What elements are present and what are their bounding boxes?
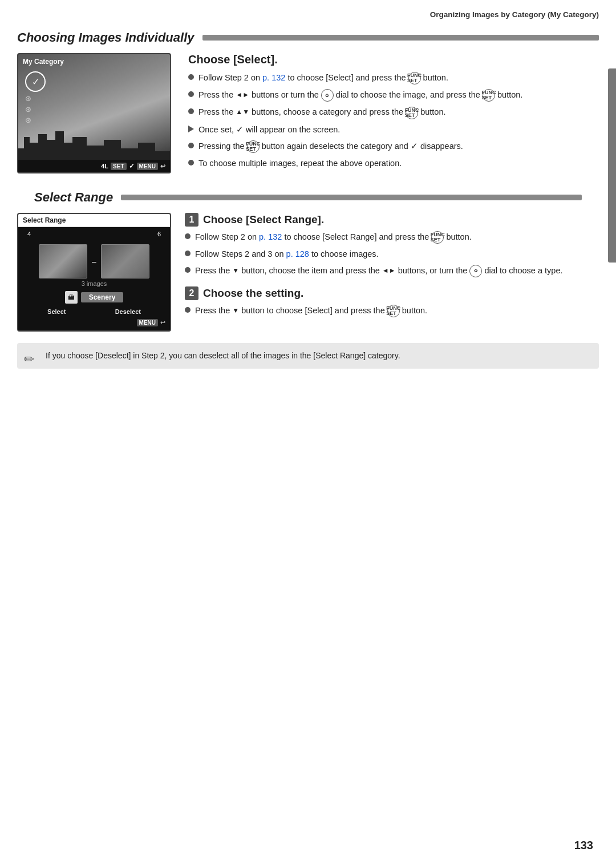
func-btn-icon: FUNCSET (408, 72, 421, 84)
bullet-circle-icon (188, 160, 194, 165)
note-text: If you choose [Deselect] in Step 2, you … (46, 351, 400, 360)
choose-select-title: Choose [Select]. (188, 53, 599, 66)
list-item: Press the ▼ button to choose [Select] an… (185, 305, 599, 317)
list-item: Press the ▼ button, choose the item and … (185, 265, 599, 277)
step1-bullets: Follow Step 2 on p. 132 to choose [Selec… (185, 231, 599, 277)
sr-select-row: Select Deselect (18, 306, 170, 317)
note-icon: ✏ (24, 350, 34, 369)
cam-res-label: 4L (101, 163, 108, 169)
sr-deselect-btn: Deselect (115, 308, 141, 315)
bullet-text: Follow Step 2 on p. 132 to choose [Selec… (198, 72, 448, 84)
sr-dash: – (90, 257, 99, 266)
func-btn-icon: FUNCSET (247, 140, 260, 153)
section2-text-col: 1 Choose [Select Range]. Follow Step 2 o… (185, 213, 599, 327)
step1-heading: 1 Choose [Select Range]. (185, 213, 599, 227)
sr-count: 3 images (18, 278, 170, 289)
cam-menu-btn: MENU (137, 163, 158, 170)
sr-nums-row: 4 6 (18, 229, 170, 239)
section2: Select Range Select Range 4 6 – 3 images… (17, 190, 599, 332)
arrow-ud-icon: ▲▼ (236, 108, 249, 116)
page-header: Organizing Images by Category (My Catego… (0, 0, 616, 25)
bullet-text: To choose multiple images, repeat the ab… (198, 158, 402, 169)
func-btn-icon: FUNCSET (431, 231, 444, 244)
step2-bullets: Press the ▼ button to choose [Select] an… (185, 305, 599, 317)
header-text: Organizing Images by Category (My Catego… (430, 10, 599, 19)
step1-title: Choose [Select Range]. (203, 213, 324, 226)
sr-num-right: 6 (157, 231, 161, 237)
select-range-body: Select Range 4 6 – 3 images 🏔 Scenery S (17, 213, 599, 332)
bullet-circle-icon (188, 74, 194, 80)
cam-set-btn: SET (111, 163, 126, 170)
cam-icon-2: ⊛ (25, 105, 31, 114)
sr-images-row: – (18, 239, 170, 278)
arrow-down-icon: ▼ (232, 307, 239, 315)
step1-num: 1 (185, 213, 198, 227)
cam-arrow-back: ↩ (160, 163, 165, 170)
sr-header: Select Range (18, 214, 170, 227)
section1-title: Choosing Images Individually (17, 30, 194, 45)
func-btn-icon: FUNCSET (406, 107, 418, 119)
list-item: Press the ◄► buttons or turn the ✿ dial … (188, 89, 599, 102)
link-p132-1[interactable]: p. 132 (262, 73, 285, 82)
camera-label-1: My Category (23, 58, 64, 66)
list-item: Follow Steps 2 and 3 on p. 128 to choose… (185, 248, 599, 260)
bullet-circle-icon (185, 233, 191, 239)
func-btn-icon: FUNCSET (387, 305, 400, 317)
bullet-text: Press the ◄► buttons or turn the ✿ dial … (198, 89, 522, 102)
bullet-text: Press the ▼ button, choose the item and … (195, 265, 562, 277)
sr-thumb-left (39, 244, 87, 278)
section2-title-bar: Select Range (34, 190, 582, 205)
camera-image-1: My Category ⊛ ⊛ ⊛ (18, 54, 170, 160)
camera-screen-2: Select Range 4 6 – 3 images 🏔 Scenery S (17, 213, 171, 332)
section1-text-col: Choose [Select]. Follow Step 2 on p. 132… (188, 53, 599, 174)
section1-title-line (202, 35, 599, 41)
section1-body: My Category ⊛ ⊛ ⊛ 4L SET ✓ MENU ↩ Choose… (17, 53, 599, 174)
sr-thumb-right (101, 244, 149, 278)
bullet-text: Once set, ✓ will appear on the screen. (198, 124, 340, 136)
list-item: To choose multiple images, repeat the ab… (188, 158, 599, 169)
section1-title-bar: Choosing Images Individually (17, 30, 599, 45)
cam-icon-3: ⊛ (25, 116, 31, 124)
step2-block: 2 Choose the setting. Press the ▼ button… (185, 286, 599, 317)
bullet-circle-icon (185, 307, 191, 313)
list-item: Follow Step 2 on p. 132 to choose [Selec… (185, 231, 599, 244)
sr-category-icon: 🏔 (65, 291, 78, 304)
bullet-circle-icon (185, 267, 191, 273)
list-item: Pressing the FUNCSET button again desele… (188, 140, 599, 153)
link-p132-2[interactable]: p. 132 (259, 232, 282, 241)
list-item: Press the ▲▼ buttons, choose a category … (188, 106, 599, 119)
sr-category-row: 🏔 Scenery (18, 289, 170, 306)
bullet-text: Press the ▲▼ buttons, choose a category … (198, 106, 446, 119)
section2-title-line (121, 195, 582, 200)
sr-category-label: Scenery (81, 292, 124, 302)
arrow-down-icon: ▼ (232, 267, 239, 274)
step2-num: 2 (185, 286, 198, 300)
sr-arrow-back: ↩ (160, 319, 165, 326)
link-p128[interactable]: p. 128 (286, 249, 309, 259)
bullet-circle-icon (188, 143, 194, 148)
arrow-lr-icon: ◄► (382, 267, 396, 274)
bullet-text: Pressing the FUNCSET button again desele… (198, 140, 463, 153)
sr-num-left: 4 (27, 231, 31, 237)
right-accent-bar (608, 68, 616, 263)
section2-title: Select Range (34, 190, 113, 205)
choose-select-bullets: Follow Step 2 on p. 132 to choose [Selec… (188, 72, 599, 169)
dial-icon: ✿ (321, 89, 334, 102)
bullet-text: Press the ▼ button to choose [Select] an… (195, 305, 427, 317)
arrow-lr-icon: ◄► (236, 91, 249, 99)
step2-title: Choose the setting. (203, 287, 303, 300)
page-number: 133 (574, 839, 593, 852)
cam-icon-1: ⊛ (25, 94, 31, 103)
sr-menu-btn: MENU (137, 319, 158, 326)
bullet-text: Follow Steps 2 and 3 on p. 128 to choose… (195, 248, 379, 260)
cam-check-mark: ✓ (129, 162, 135, 170)
func-btn-icon: FUNCSET (483, 89, 495, 102)
bullet-circle-icon (188, 108, 194, 114)
list-item: Once set, ✓ will appear on the screen. (188, 124, 599, 136)
bullet-text: Follow Step 2 on p. 132 to choose [Selec… (195, 231, 472, 244)
list-item: Follow Step 2 on p. 132 to choose [Selec… (188, 72, 599, 84)
bullet-triangle-icon (188, 126, 194, 132)
sr-bottom-bar: MENU ↩ (18, 317, 170, 328)
camera-screen-1: My Category ⊛ ⊛ ⊛ 4L SET ✓ MENU ↩ (17, 53, 171, 173)
camera-check-circle (25, 71, 46, 92)
